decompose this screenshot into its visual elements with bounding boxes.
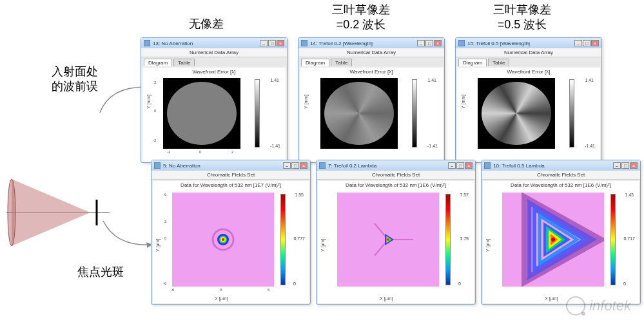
cbar-min: 0 [458, 281, 461, 286]
y-axis-label: Y [µm] [485, 239, 490, 252]
titlebar[interactable]: 15: Trefoil 0.5 [Wavelength] – □ × [456, 38, 601, 48]
y-axis-label: Y [mm] [146, 95, 151, 109]
focus-arrow [100, 218, 155, 250]
menu-bar[interactable]: Chromatic Fields Set [317, 171, 475, 180]
wavefront-window-3[interactable]: 15: Trefoil 0.5 [Wavelength] – □ × Numer… [455, 37, 602, 163]
focus-heatmap [337, 193, 439, 287]
focus-heatmap [172, 193, 274, 287]
optics-schematic [6, 174, 110, 251]
cbar-mid: 0.777 [293, 236, 305, 241]
tab-diagram[interactable]: Diagram [458, 59, 487, 66]
tab-table[interactable]: Table [488, 59, 509, 66]
focus-spot-label: 焦点光斑 [77, 264, 124, 279]
svg-point-24 [551, 238, 555, 242]
svg-point-2 [8, 179, 15, 246]
window-title: 7: Trefoil 0.2 Lambda [328, 163, 448, 169]
tab-diagram[interactable]: Diagram [301, 59, 329, 66]
tab-table[interactable]: Table [331, 59, 352, 66]
window-icon [154, 162, 161, 169]
titlebar[interactable]: 14: Trefoil 0.2 [Wavelength] – □ × [298, 38, 444, 48]
plot-title: Wavefront Error [λ] [142, 68, 286, 75]
wavefront-window-1[interactable]: 13: No Aberration – □ × Numerical Data A… [141, 37, 288, 163]
maximize-button[interactable]: □ [583, 40, 590, 46]
menu-bar[interactable]: Numerical Data Array [141, 48, 287, 57]
minimize-button[interactable]: – [283, 162, 291, 169]
wavefront-line2: 的波前误 [52, 79, 98, 94]
window-title: 5: No Aberration [163, 163, 283, 169]
minimize-button[interactable]: – [613, 162, 621, 169]
plot-title: Data for Wavelength of 532 nm [1E6 (V/m)… [318, 181, 474, 188]
col3-line2: =0.5 波长 [483, 17, 561, 32]
tab-strip: Diagram Table [141, 57, 287, 66]
minimize-button[interactable]: – [260, 40, 268, 46]
x-axis-label: X [µm] [545, 296, 558, 301]
window-icon [484, 162, 491, 169]
focus-plot-panel: Data for Wavelength of 532 nm [1E6 (V/m)… [483, 181, 639, 303]
colorbar-hot [280, 194, 286, 285]
maximize-button[interactable]: □ [291, 162, 299, 169]
y-axis-label: Y [µm] [320, 239, 325, 252]
cbar-min: -1.41 [585, 144, 595, 148]
col2-line1: 三叶草像差 [322, 3, 400, 17]
wavefront-plot-panel: Wavefront Error [λ] Y [mm] 1.41 -1.41 [457, 68, 600, 162]
close-button[interactable]: × [591, 40, 599, 46]
col2-line2: =0.2 波长 [322, 17, 400, 32]
minimize-button[interactable]: – [417, 40, 425, 46]
minimize-button[interactable]: – [448, 162, 456, 169]
wavefront-window-2[interactable]: 14: Trefoil 0.2 [Wavelength] – □ × Numer… [298, 37, 445, 163]
focus-heatmap [502, 193, 604, 287]
tab-diagram[interactable]: Diagram [144, 59, 172, 66]
menu-bar[interactable]: Numerical Data Array [456, 48, 601, 57]
window-icon [458, 40, 465, 46]
minimize-button[interactable]: – [574, 40, 582, 46]
wavefront-heatmap [320, 78, 398, 149]
y-axis-label: Y [µm] [155, 239, 160, 252]
cbar-min: -1.41 [427, 144, 438, 148]
wavefront-heatmap [163, 78, 240, 149]
colorbar-hot [610, 194, 616, 285]
close-button[interactable]: × [434, 40, 442, 46]
titlebar[interactable]: 10: Trefoil 0.5 Lambda – □ × [482, 160, 640, 171]
wavefront-line1: 入射面处 [52, 64, 98, 79]
focus-window-1[interactable]: 5: No Aberration – □ × Chromatic Fields … [151, 160, 311, 305]
titlebar[interactable]: 5: No Aberration – □ × [151, 160, 310, 171]
cbar-max: 1.41 [427, 78, 436, 82]
maximize-button[interactable]: □ [621, 162, 629, 169]
close-button[interactable]: × [465, 162, 473, 169]
cbar-mid: 0.717 [623, 236, 635, 241]
x-axis-label: X [µm] [215, 296, 228, 301]
tab-strip: Diagram Table [456, 57, 601, 66]
tab-strip: Diagram Table [298, 57, 444, 66]
wavefront-heatmap [478, 78, 555, 149]
col3-line1: 三叶草像差 [483, 3, 561, 17]
wavefront-plot-panel: Wavefront Error [λ] Y [mm] 1.41 -1.41 [300, 68, 443, 162]
maximize-button[interactable]: □ [425, 40, 433, 46]
close-button[interactable]: × [300, 162, 307, 169]
titlebar[interactable]: 13: No Aberration – □ × [141, 38, 287, 48]
focus-window-2[interactable]: 7: Trefoil 0.2 Lambda – □ × Chromatic Fi… [316, 160, 476, 305]
titlebar[interactable]: 7: Trefoil 0.2 Lambda – □ × [317, 160, 475, 171]
cbar-max: 1.41 [270, 78, 279, 82]
svg-point-8 [222, 238, 224, 241]
close-button[interactable]: × [630, 162, 638, 169]
col-header-no-aberration: 无像差 [177, 17, 235, 32]
menu-bar[interactable]: Chromatic Fields Set [151, 171, 310, 180]
menu-bar[interactable]: Chromatic Fields Set [482, 171, 640, 180]
maximize-button[interactable]: □ [268, 40, 276, 46]
focus-plot-panel: Data for Wavelength of 532 nm [1E7 (V/m)… [153, 181, 309, 303]
maximize-button[interactable]: □ [456, 162, 464, 169]
x-axis-label: X [µm] [380, 296, 393, 301]
col1-line1: 无像差 [177, 17, 235, 32]
col-header-trefoil-02: 三叶草像差 =0.2 波长 [322, 3, 400, 33]
window-title: 10: Trefoil 0.5 Lambda [493, 163, 613, 169]
watermark-text: infotek [589, 298, 631, 314]
menu-bar[interactable]: Numerical Data Array [298, 48, 444, 57]
window-icon [144, 40, 150, 46]
focus-window-3[interactable]: 10: Trefoil 0.5 Lambda – □ × Chromatic F… [481, 160, 641, 305]
plot-title: Wavefront Error [λ] [300, 68, 443, 75]
cbar-max: 1.43 [625, 193, 634, 197]
colorbar-hot [445, 194, 451, 285]
close-button[interactable]: × [277, 40, 284, 46]
tab-table[interactable]: Table [173, 59, 195, 66]
window-icon [301, 40, 307, 46]
